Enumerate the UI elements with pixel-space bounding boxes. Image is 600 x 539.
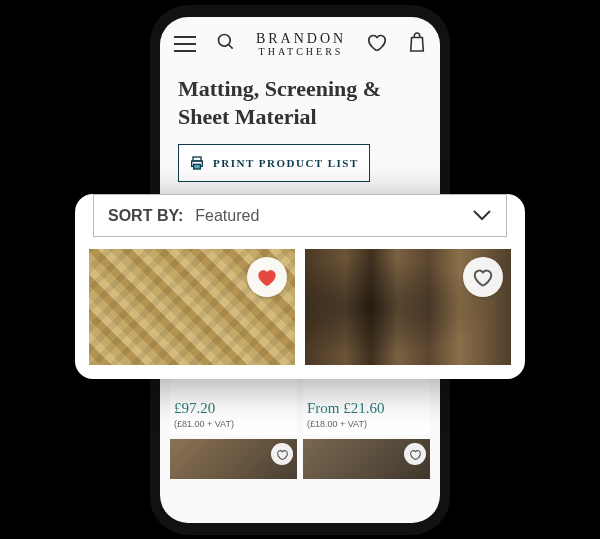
favorite-button[interactable]	[463, 257, 503, 297]
print-product-list-button[interactable]: PRINT PRODUCT LIST	[178, 144, 370, 182]
wishlist-icon[interactable]	[366, 31, 388, 57]
favorite-button[interactable]	[271, 443, 293, 465]
product-card[interactable]	[303, 439, 430, 479]
favorite-button[interactable]	[404, 443, 426, 465]
search-icon[interactable]	[216, 32, 236, 56]
product-vat: (£18.00 + VAT)	[307, 419, 426, 429]
brand-logo[interactable]: BRANDON THATCHERS	[256, 31, 346, 57]
product-thumbnail	[170, 439, 297, 479]
sort-label: SORT BY:	[108, 207, 183, 225]
product-thumbnail-large[interactable]	[89, 249, 295, 365]
svg-point-0	[218, 35, 230, 47]
sort-value: Featured	[195, 207, 472, 225]
brand-line1: BRANDON	[256, 31, 346, 46]
heart-icon	[472, 266, 494, 288]
product-price: £97.20	[174, 400, 293, 417]
product-price: From £21.60	[307, 400, 426, 417]
print-icon	[189, 155, 205, 171]
product-grid-row2	[160, 435, 440, 479]
svg-line-1	[228, 45, 232, 49]
product-thumbnail-large[interactable]	[305, 249, 511, 365]
product-card[interactable]	[170, 439, 297, 479]
product-thumbnail	[303, 439, 430, 479]
brand-line2: THATCHERS	[256, 46, 346, 57]
heart-icon	[276, 448, 289, 461]
page-title: Matting, Screening & Sheet Material	[160, 65, 440, 144]
heart-icon	[409, 448, 422, 461]
overlay-panel: SORT BY: Featured	[75, 194, 525, 379]
menu-icon[interactable]	[174, 36, 196, 52]
svg-rect-4	[194, 165, 201, 170]
sort-dropdown[interactable]: SORT BY: Featured	[93, 194, 507, 237]
product-vat: (£81.00 + VAT)	[174, 419, 293, 429]
heart-icon-filled	[256, 266, 278, 288]
chevron-down-icon	[472, 205, 492, 226]
app-header: BRANDON THATCHERS	[160, 17, 440, 65]
print-button-label: PRINT PRODUCT LIST	[213, 157, 359, 169]
favorite-button[interactable]	[247, 257, 287, 297]
overlay-product-grid	[89, 249, 511, 365]
bag-icon[interactable]	[408, 31, 426, 57]
